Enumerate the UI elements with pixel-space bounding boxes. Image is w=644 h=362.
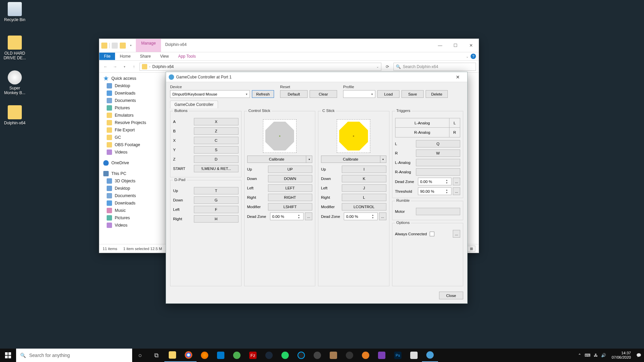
search-box[interactable]: 🔍 Search Dolphin-x64 <box>393 63 476 71</box>
map-r-button[interactable]: W <box>416 149 461 157</box>
default-button[interactable]: Default <box>280 90 308 98</box>
tab-share[interactable]: Share <box>135 53 155 60</box>
qat-dropdown-icon[interactable]: ▾ <box>128 43 134 49</box>
tab-gamecube-controller[interactable]: GameCube Controller <box>170 101 218 108</box>
path-chevron-icon[interactable]: › <box>149 65 150 68</box>
taskbar-app-firefox[interactable] <box>197 349 213 362</box>
taskbar-app[interactable] <box>358 349 374 362</box>
map-z-button[interactable]: D <box>194 156 238 163</box>
deadzone-spinner[interactable]: 0.00 %▲▼ <box>418 178 452 185</box>
spin-down-icon[interactable]: ▼ <box>444 182 449 184</box>
taskbar-app-vscode[interactable] <box>213 349 229 362</box>
nav-item[interactable]: Videos <box>99 222 165 229</box>
nav-item[interactable]: 3D Objects <box>99 177 165 185</box>
explorer-titlebar[interactable]: ▾ Manage Dolphin-x64 — ☐ ✕ <box>99 39 479 52</box>
nav-item[interactable]: OBS Footage <box>99 141 165 148</box>
threshold-spinner[interactable]: 90.00 %▲▼ <box>418 187 452 195</box>
tab-app-tools[interactable]: App Tools <box>173 53 200 60</box>
more-button[interactable]: ... <box>305 213 312 220</box>
map-stick-right-button[interactable]: RIGHT <box>268 194 313 201</box>
start-button[interactable] <box>0 349 16 362</box>
spin-up-icon[interactable]: ▲ <box>297 214 301 217</box>
calibrate-button[interactable]: Calibrate <box>247 156 307 163</box>
taskbar-app-explorer[interactable] <box>164 349 180 362</box>
map-start-button[interactable]: !LMENU & RET... <box>194 165 238 172</box>
map-l-button[interactable]: Q <box>416 140 461 147</box>
maximize-button[interactable]: ☐ <box>448 39 463 52</box>
map-cstick-up-button[interactable]: I <box>342 166 386 173</box>
taskbar-search[interactable]: 🔍 Search for anything <box>16 349 132 362</box>
trigger-l-small-button[interactable]: L <box>449 118 460 128</box>
map-cstick-modifier-button[interactable]: LCONTROL <box>342 203 386 210</box>
more-button[interactable]: ... <box>453 230 460 238</box>
nav-item[interactable]: Downloads <box>99 89 165 97</box>
taskbar-app-whatsapp[interactable] <box>277 349 293 362</box>
deadzone-spinner[interactable]: 0.00 %▲▼ <box>270 213 304 220</box>
trigger-l-analog-button[interactable]: L-Analog <box>395 118 449 128</box>
nav-item[interactable]: Music <box>99 207 165 214</box>
trigger-r-analog-button[interactable]: R-Analog <box>395 128 449 137</box>
nav-item[interactable]: File Export <box>99 126 165 134</box>
more-button[interactable]: ... <box>453 178 460 185</box>
nav-item[interactable]: Pictures <box>99 214 165 222</box>
tray-input-icon[interactable]: ⌨ <box>585 353 590 358</box>
more-button[interactable]: ... <box>379 213 386 220</box>
map-motor-button[interactable] <box>416 208 461 215</box>
task-view-icon[interactable]: ⧉ <box>148 349 164 362</box>
nav-forward-button[interactable]: → <box>111 64 119 69</box>
tray-network-icon[interactable]: 🖧 <box>594 353 598 358</box>
spin-up-icon[interactable]: ▲ <box>444 189 449 191</box>
map-dpad-right-button[interactable]: H <box>194 215 238 223</box>
nav-back-button[interactable]: ← <box>102 64 109 69</box>
desktop-icon-old-hard-drive[interactable]: OLD HARD DRIVE DE... <box>2 36 28 61</box>
calibrate-dropdown-icon[interactable]: ▾ <box>306 156 312 163</box>
spin-down-icon[interactable]: ▼ <box>371 217 375 219</box>
spin-up-icon[interactable]: ▲ <box>371 214 375 217</box>
taskbar-clock[interactable]: 14:37 07/06/2020 <box>609 351 633 359</box>
map-stick-up-button[interactable]: UP <box>268 166 313 173</box>
qat-properties-icon[interactable] <box>112 43 118 49</box>
tab-home[interactable]: Home <box>115 53 135 60</box>
map-stick-left-button[interactable]: LEFT <box>268 184 313 192</box>
path-dropdown-icon[interactable]: ⌄ <box>376 65 379 68</box>
delete-button[interactable]: Delete <box>426 90 448 98</box>
tab-file[interactable]: File <box>99 53 115 60</box>
nav-history-icon[interactable]: ▾ <box>121 65 128 68</box>
load-button[interactable]: Load <box>377 90 399 98</box>
tab-view[interactable]: View <box>155 53 173 60</box>
path-segment[interactable]: Dolphin-x64 <box>152 64 174 69</box>
map-stick-down-button[interactable]: DOWN <box>268 175 313 182</box>
ribbon-collapse-icon[interactable]: ⌄ <box>466 55 469 58</box>
taskbar-app-dolphin[interactable] <box>422 349 438 362</box>
cortana-icon[interactable]: ○ <box>132 349 148 362</box>
taskbar-app[interactable] <box>374 349 390 362</box>
desktop-icon-dolphin[interactable]: Dolphin-x64 <box>2 105 28 125</box>
map-dpad-up-button[interactable]: T <box>194 187 238 194</box>
view-icons-button[interactable]: ▦ <box>467 246 475 252</box>
nav-onedrive[interactable]: OneDrive <box>99 159 165 167</box>
taskbar-app[interactable] <box>229 349 245 362</box>
map-dpad-down-button[interactable]: G <box>194 196 238 204</box>
nav-item[interactable]: Pictures <box>99 104 165 112</box>
nav-item[interactable]: Emulators <box>99 112 165 119</box>
taskbar-app[interactable] <box>406 349 422 362</box>
clear-button[interactable]: Clear <box>310 90 337 98</box>
desktop-icon-recycle-bin[interactable]: Recycle Bin <box>2 2 28 22</box>
calibrate-button[interactable]: Calibrate <box>321 156 380 163</box>
map-cstick-right-button[interactable]: L <box>342 194 386 201</box>
close-button[interactable]: ✕ <box>463 39 479 52</box>
dialog-titlebar[interactable]: GameCube Controller at Port 1 ✕ <box>166 72 467 82</box>
map-b-button[interactable]: Z <box>194 127 238 135</box>
taskbar-app[interactable] <box>293 349 309 362</box>
more-button[interactable]: ... <box>453 187 460 195</box>
nav-this-pc[interactable]: This PC <box>99 170 165 177</box>
nav-item[interactable]: Desktop <box>99 185 165 192</box>
minimize-button[interactable]: — <box>432 39 448 52</box>
refresh-button[interactable]: Refresh <box>252 90 274 98</box>
map-x-button[interactable]: C <box>194 137 238 144</box>
map-a-button[interactable]: X <box>194 118 238 125</box>
taskbar-app[interactable] <box>341 349 358 362</box>
map-r-analog-button[interactable] <box>416 168 461 176</box>
deadzone-spinner[interactable]: 0.00 %▲▼ <box>344 213 378 220</box>
map-cstick-left-button[interactable]: J <box>342 184 386 192</box>
